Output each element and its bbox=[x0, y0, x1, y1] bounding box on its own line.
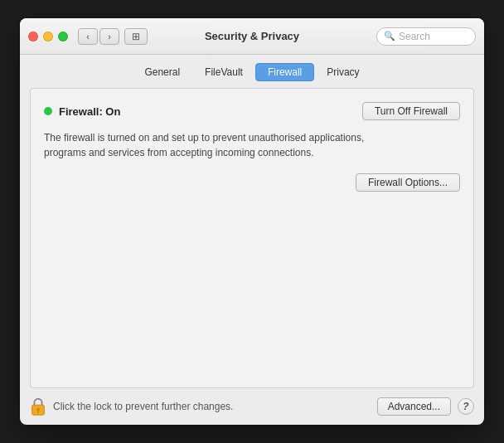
search-placeholder-text: Search bbox=[399, 31, 430, 42]
maximize-button[interactable] bbox=[58, 32, 68, 41]
advanced-button[interactable]: Advanced... bbox=[377, 397, 451, 416]
forward-icon: › bbox=[108, 32, 111, 41]
firewall-status-dot bbox=[44, 107, 52, 115]
minimize-button[interactable] bbox=[43, 32, 53, 41]
content-area: Firewall: On Turn Off Firewall The firew… bbox=[30, 88, 474, 388]
lock-icon[interactable] bbox=[30, 397, 46, 416]
grid-icon: ⊞ bbox=[132, 31, 140, 42]
firewall-description: The firewall is turned on and set up to … bbox=[44, 130, 392, 160]
back-icon: ‹ bbox=[86, 32, 90, 41]
grid-button[interactable]: ⊞ bbox=[124, 28, 148, 45]
preferences-window: ‹ › ⊞ Security & Privacy 🔍 Search Genera… bbox=[20, 18, 484, 425]
search-icon: 🔍 bbox=[384, 31, 395, 41]
options-row: Firewall Options... bbox=[44, 173, 460, 192]
tab-firewall[interactable]: Firewall bbox=[255, 63, 314, 81]
tabs-bar: General FileVault Firewall Privacy bbox=[20, 55, 484, 88]
close-button[interactable] bbox=[28, 32, 38, 41]
turn-off-firewall-button[interactable]: Turn Off Firewall bbox=[362, 102, 460, 120]
status-left: Firewall: On bbox=[44, 105, 120, 118]
firewall-status-row: Firewall: On Turn Off Firewall bbox=[44, 102, 460, 120]
firewall-status-label: Firewall: On bbox=[59, 105, 120, 118]
window-title: Security & Privacy bbox=[205, 30, 299, 42]
tab-privacy[interactable]: Privacy bbox=[314, 63, 371, 81]
tab-general[interactable]: General bbox=[132, 63, 192, 81]
firewall-options-button[interactable]: Firewall Options... bbox=[356, 173, 460, 192]
nav-buttons: ‹ › ⊞ bbox=[78, 28, 148, 45]
titlebar: ‹ › ⊞ Security & Privacy 🔍 Search bbox=[20, 18, 484, 55]
traffic-lights bbox=[28, 32, 68, 41]
bottom-bar: Click the lock to prevent further change… bbox=[20, 388, 484, 425]
svg-point-1 bbox=[36, 408, 40, 411]
search-box[interactable]: 🔍 Search bbox=[376, 27, 476, 46]
lock-text: Click the lock to prevent further change… bbox=[53, 401, 377, 412]
back-button[interactable]: ‹ bbox=[78, 28, 98, 45]
help-button[interactable]: ? bbox=[458, 398, 474, 415]
tab-filevault[interactable]: FileVault bbox=[192, 63, 255, 81]
forward-button[interactable]: › bbox=[99, 28, 119, 45]
